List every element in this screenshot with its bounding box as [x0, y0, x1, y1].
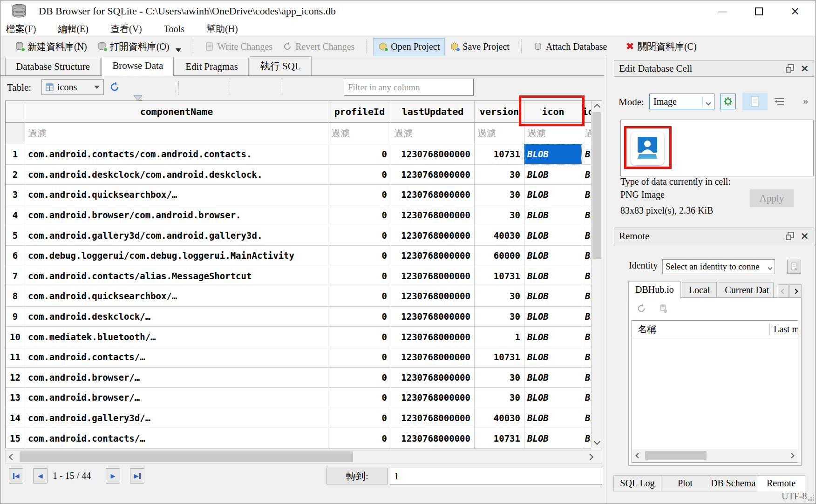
cell-icon2-clipped[interactable]: BLOB [582, 144, 592, 165]
cell-profileId[interactable]: 0 [328, 246, 391, 266]
cell-lastUpdated[interactable]: 1230768000000 [391, 428, 475, 449]
scroll-up-icon[interactable] [592, 101, 602, 111]
cell-version[interactable]: 10731 [475, 266, 524, 287]
cell-lastUpdated[interactable]: 1230768000000 [391, 185, 475, 205]
filter-input-lastUpdated[interactable]: 過濾 [391, 123, 475, 144]
cell-lastUpdated[interactable]: 1230768000000 [391, 286, 475, 307]
cell-componentName[interactable]: com.debug.loggerui/com.debug.loggerui.Ma… [25, 246, 328, 266]
cell-lastUpdated[interactable]: 1230768000000 [391, 368, 475, 388]
cell-version[interactable]: 10731 [475, 347, 524, 368]
dock-tab-sql-log[interactable]: SQL Log [613, 475, 661, 491]
scroll-right-icon[interactable] [585, 450, 596, 463]
cell-version[interactable]: 30 [475, 307, 524, 327]
mode-select[interactable]: Image [649, 94, 714, 109]
cell-icon2-clipped[interactable]: BLOB [582, 246, 592, 266]
cell-icon-blob[interactable]: BLOB [524, 368, 582, 388]
remote-tab-local[interactable]: Local [682, 282, 717, 298]
tab-scroll-left-button[interactable] [778, 284, 789, 298]
cell-componentName[interactable]: com.android.contacts/… [25, 347, 328, 368]
cell-lastUpdated[interactable]: 1230768000000 [391, 327, 475, 347]
cell-version[interactable]: 1 [475, 327, 524, 347]
close-button[interactable]: × [785, 3, 805, 19]
column-header-lastUpdated[interactable]: lastUpdated [391, 101, 475, 123]
remote-hscroll-thumb[interactable] [645, 451, 707, 460]
cell-icon-blob[interactable]: BLOB [524, 388, 582, 408]
scroll-right-icon[interactable] [787, 450, 797, 461]
tab-database-structure[interactable]: Database Structure [5, 58, 101, 75]
cell-icon2-clipped[interactable]: BLOB [582, 388, 592, 408]
menu-item-4[interactable]: 幫助(H) [206, 23, 250, 35]
cell-icon-blob[interactable]: BLOB [524, 266, 582, 287]
row-number[interactable]: 5 [6, 225, 25, 246]
grid-horizontal-scrollbar[interactable] [5, 450, 602, 464]
remote-refresh-icon[interactable] [635, 302, 647, 315]
cell-profileId[interactable]: 0 [328, 327, 391, 347]
grid-hscroll-thumb[interactable] [20, 451, 353, 462]
identity-settings-button[interactable] [787, 260, 801, 274]
scroll-left-icon[interactable] [633, 450, 643, 461]
cell-icon-blob[interactable]: BLOB [524, 185, 582, 205]
cell-profileId[interactable]: 0 [328, 408, 391, 429]
cell-icon-blob[interactable]: BLOB [524, 246, 582, 266]
cell-version[interactable]: 40030 [475, 225, 524, 246]
goto-record-input[interactable] [390, 468, 602, 484]
corner-header-cell[interactable] [6, 101, 25, 123]
row-number[interactable]: 9 [6, 307, 25, 327]
cell-componentName[interactable]: com.android.contacts/alias.MessageShortc… [25, 266, 328, 287]
cell-version[interactable]: 30 [475, 205, 524, 226]
cell-componentName[interactable]: com.mediatek.bluetooth/… [25, 327, 328, 347]
cell-icon-blob[interactable]: BLOB [524, 286, 582, 307]
cell-icon-blob[interactable]: BLOB [524, 428, 582, 449]
column-header-profileId[interactable]: profileId [328, 101, 391, 123]
cell-profileId[interactable]: 0 [328, 286, 391, 307]
import-data-button[interactable] [720, 94, 736, 109]
remote-table-hscrollbar[interactable] [632, 449, 798, 462]
cell-icon2-clipped[interactable]: BLOB [582, 327, 592, 347]
next-page-button[interactable]: ▶ [106, 468, 120, 484]
cell-componentName[interactable]: com.android.browser/com.android.browser. [25, 205, 328, 226]
column-header-clipped[interactable]: ic [582, 101, 592, 123]
remote-clone-icon[interactable] [658, 302, 670, 315]
cell-profileId[interactable]: 0 [328, 368, 391, 388]
close-database-button[interactable]: ✖ 關閉資料庫(C) [620, 37, 701, 56]
cell-lastUpdated[interactable]: 1230768000000 [391, 165, 475, 185]
cell-profileId[interactable]: 0 [328, 225, 391, 246]
cell-componentName[interactable]: com.android.contacts/com.android.contact… [25, 144, 328, 165]
column-header-version[interactable]: version [475, 101, 524, 123]
cell-componentName[interactable]: com.android.deskclock/… [25, 307, 328, 327]
maximize-button[interactable] [748, 3, 769, 19]
row-number[interactable]: 3 [6, 185, 25, 205]
menu-item-3[interactable]: Tools [164, 24, 196, 34]
filter-input-profileId[interactable]: 過濾 [328, 123, 391, 144]
filter-input-clipped[interactable]: 過濾 [582, 123, 592, 144]
remote-tab-current-dat[interactable]: Current Dat [718, 282, 774, 298]
cell-icon-blob[interactable]: BLOB [524, 205, 582, 226]
cell-icon2-clipped[interactable]: BLOB [582, 165, 592, 185]
cell-icon-blob[interactable]: BLOB [524, 144, 582, 165]
cell-profileId[interactable]: 0 [328, 266, 391, 287]
row-number[interactable]: 7 [6, 266, 25, 287]
filter-input-icon[interactable]: 過濾 [524, 123, 582, 144]
cell-profileId[interactable]: 0 [328, 144, 391, 165]
grid-vscroll-thumb[interactable] [592, 112, 601, 259]
cell-version[interactable]: 30 [475, 165, 524, 185]
table-select[interactable]: icons [41, 79, 104, 95]
cell-icon-blob[interactable]: BLOB [524, 408, 582, 429]
cell-icon2-clipped[interactable]: BLOB [582, 185, 592, 205]
cell-version[interactable]: 10731 [475, 144, 524, 165]
save-project-button[interactable]: Save Project [445, 38, 515, 55]
cell-version[interactable]: 30 [475, 185, 524, 205]
grid-vertical-scrollbar[interactable] [591, 101, 602, 448]
row-number[interactable]: 6 [6, 246, 25, 266]
cell-componentName[interactable]: com.android.browser/… [25, 388, 328, 408]
goto-record-button[interactable]: 轉到: [326, 468, 388, 484]
cell-version[interactable]: 30 [475, 286, 524, 307]
cell-icon-blob[interactable]: BLOB [524, 225, 582, 246]
remote-column-name[interactable]: 名稱 [632, 323, 770, 336]
cell-icon2-clipped[interactable]: BLOB [582, 428, 592, 449]
refresh-icon[interactable] [109, 81, 121, 93]
float-panel-icon[interactable] [786, 64, 794, 73]
cell-lastUpdated[interactable]: 1230768000000 [391, 205, 475, 226]
row-number[interactable]: 2 [6, 165, 25, 185]
remote-column-last-modified[interactable]: Last mo [770, 324, 798, 335]
